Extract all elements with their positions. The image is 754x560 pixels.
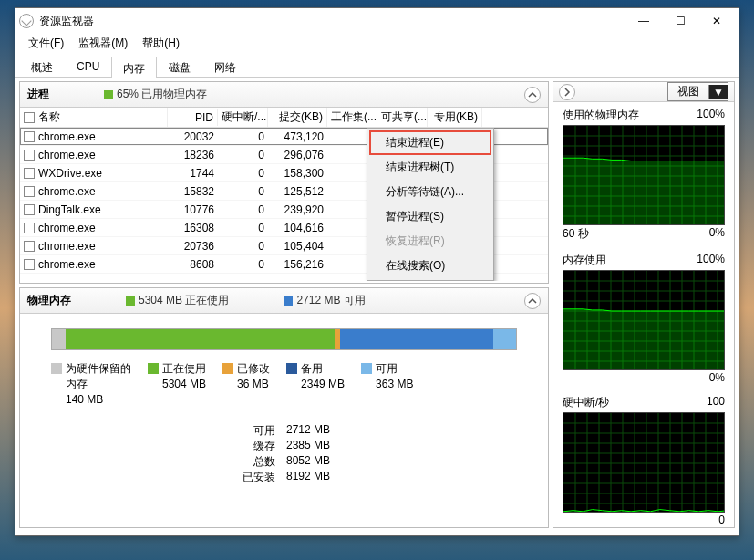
in-use-indicator-icon [126, 296, 135, 306]
stat-row: 缓存2385 MB [230, 439, 539, 454]
process-commit: 473,120 [268, 130, 327, 144]
row-checkbox[interactable] [24, 186, 35, 197]
row-checkbox[interactable] [24, 223, 35, 233]
row-checkbox[interactable] [24, 204, 35, 215]
process-commit: 296,076 [268, 148, 327, 162]
chart-max: 100% [697, 108, 725, 123]
tab-network[interactable]: 网络 [202, 56, 248, 77]
physical-memory-header[interactable]: 物理内存 5304 MB 正在使用 2712 MB 可用 [20, 288, 548, 314]
row-checkbox[interactable] [24, 168, 35, 179]
resource-monitor-window: 资源监视器 — ☐ ✕ 文件(F) 监视器(M) 帮助(H) 概述 CPU 内存… [15, 7, 739, 536]
tab-disk[interactable]: 磁盘 [157, 56, 202, 77]
chart-title: 内存使用 [563, 253, 606, 268]
right-pane-header: 视图 ▼ [553, 82, 734, 102]
process-name: chrome.exe [38, 149, 96, 161]
tab-memory[interactable]: 内存 [111, 57, 157, 78]
menu-resume-process: 恢复进程(R) [369, 229, 491, 254]
process-pid: 8608 [168, 257, 218, 272]
menu-end-process-tree[interactable]: 结束进程树(T) [369, 155, 491, 180]
legend-value: 363 MB [376, 377, 413, 392]
menu-analyze-wait-chain[interactable]: 分析等待链(A)... [369, 180, 491, 204]
stat-row: 总数8052 MB [230, 454, 539, 470]
legend-value: 140 MB [66, 392, 131, 408]
process-name: chrome.exe [38, 222, 96, 234]
process-commit: 158,300 [268, 166, 327, 181]
left-pane: 进程 65% 已用物理内存 名称 PID 硬中断/... 提交(KB) 工作集(… [19, 81, 549, 528]
process-hard-faults: 0 [218, 148, 268, 162]
legend-swatch-icon [51, 363, 62, 374]
stat-value: 2712 MB [286, 423, 330, 439]
window-title: 资源监视器 [39, 14, 625, 29]
chart-title: 硬中断/秒 [563, 395, 609, 410]
tab-overview[interactable]: 概述 [19, 56, 65, 77]
row-checkbox[interactable] [24, 131, 35, 142]
col-name[interactable]: 名称 [20, 108, 168, 127]
expand-button[interactable] [559, 84, 575, 100]
content-area: 进程 65% 已用物理内存 名称 PID 硬中断/... 提交(KB) 工作集(… [15, 78, 739, 532]
chart-group: 硬中断/秒1000 [553, 389, 734, 532]
process-hard-faults: 0 [218, 221, 268, 235]
memory-legend: 为硬件保留的内存140 MB正在使用5304 MB已修改36 MB备用2349 … [51, 361, 539, 407]
stat-value: 8052 MB [286, 454, 330, 470]
process-pid: 20032 [168, 130, 218, 144]
stat-value: 8192 MB [286, 470, 330, 485]
menu-search-online[interactable]: 在线搜索(O) [369, 254, 491, 278]
menu-help[interactable]: 帮助(H) [135, 34, 187, 54]
collapse-button[interactable] [524, 87, 541, 103]
col-private[interactable]: 专用(KB) [428, 108, 482, 127]
menu-suspend-process[interactable]: 暂停进程(S) [369, 204, 491, 229]
maximize-button[interactable]: ☐ [662, 8, 698, 34]
right-pane: 视图 ▼ 使用的物理内存100%60 秒0%内存使用100%0%硬中断/秒100… [553, 81, 735, 528]
legend-item: 可用363 MB [361, 361, 413, 407]
process-name: chrome.exe [38, 258, 96, 271]
chart-footer-right: 0% [709, 371, 725, 384]
col-hard-faults[interactable]: 硬中断/... [218, 108, 268, 127]
col-working-set[interactable]: 工作集(... [327, 108, 377, 127]
col-shareable[interactable]: 可共享(... [377, 108, 428, 127]
tab-cpu[interactable]: CPU [65, 56, 111, 77]
legend-swatch-icon [148, 363, 159, 374]
chart-footer-right: 0% [709, 226, 725, 242]
app-icon [19, 14, 34, 28]
chevron-right-icon [563, 88, 572, 97]
legend-swatch-icon [222, 363, 233, 374]
menu-monitor[interactable]: 监视器(M) [71, 34, 135, 54]
process-pid: 15832 [168, 184, 218, 199]
stat-row: 已安装8192 MB [230, 470, 539, 485]
row-checkbox[interactable] [24, 241, 35, 252]
charts-container: 使用的物理内存100%60 秒0%内存使用100%0%硬中断/秒1000 [553, 102, 734, 532]
titlebar[interactable]: 资源监视器 — ☐ ✕ [15, 8, 739, 34]
legend-label: 正在使用 [162, 361, 206, 377]
chart-group: 使用的物理内存100%60 秒0% [553, 102, 734, 247]
minimize-button[interactable]: — [625, 8, 662, 34]
process-commit: 104,616 [268, 221, 327, 235]
chart-canvas [563, 125, 725, 225]
legend-label: 为硬件保留的 [66, 361, 131, 377]
view-selector[interactable]: 视图 ▼ [667, 82, 728, 101]
physical-memory-panel: 物理内存 5304 MB 正在使用 2712 MB 可用 为硬件保留的内存140… [19, 287, 549, 528]
memory-bar-segment [66, 329, 335, 349]
row-checkbox[interactable] [24, 259, 35, 270]
legend-swatch-icon [361, 363, 372, 374]
process-table-header: 名称 PID 硬中断/... 提交(KB) 工作集(... 可共享(... 专用… [20, 108, 548, 128]
row-checkbox[interactable] [24, 150, 35, 161]
process-commit: 239,920 [268, 202, 327, 217]
menu-file[interactable]: 文件(F) [21, 34, 71, 54]
select-all-checkbox[interactable] [24, 112, 35, 123]
process-table-body[interactable]: chrome.exe200320473,1203chrome.exe182360… [20, 128, 548, 281]
menu-end-process[interactable]: 结束进程(E) [369, 130, 491, 155]
close-button[interactable]: ✕ [698, 8, 735, 34]
stat-label: 可用 [230, 423, 275, 439]
process-commit: 105,404 [268, 239, 327, 254]
col-commit[interactable]: 提交(KB) [268, 108, 327, 127]
memory-bar [51, 328, 517, 350]
col-pid[interactable]: PID [168, 109, 218, 126]
legend-label: 已修改 [237, 361, 270, 377]
context-menu: 结束进程(E) 结束进程树(T) 分析等待链(A)... 暂停进程(S) 恢复进… [367, 128, 494, 281]
memory-bar-segment [52, 329, 66, 349]
legend-value: 36 MB [237, 377, 270, 392]
legend-swatch-icon [286, 363, 297, 374]
collapse-button[interactable] [524, 293, 541, 309]
process-panel-header[interactable]: 进程 65% 已用物理内存 [20, 82, 548, 108]
available-indicator-icon [284, 296, 293, 306]
